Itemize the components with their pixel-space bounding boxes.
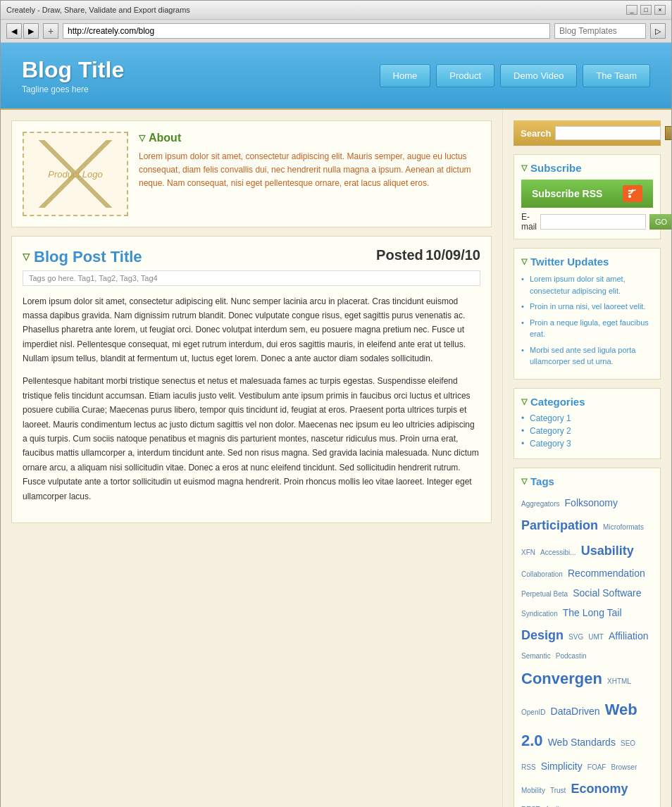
tag[interactable]: RSS <box>521 763 536 771</box>
tag[interactable]: Semantic <box>521 652 551 660</box>
post-body-para2: Pellentesque habitant morbi tristique se… <box>23 374 480 503</box>
tag[interactable]: DataDriven <box>551 706 600 717</box>
list-item: Morbi sed ante sed ligula porta ullamcor… <box>521 344 653 368</box>
rss-icon <box>623 185 642 202</box>
tag[interactable]: Social Software <box>573 587 641 599</box>
browser-search-input[interactable] <box>554 23 646 39</box>
rss-label: Subscribe RSS <box>532 188 602 199</box>
list-item[interactable]: Category 1 <box>521 413 653 423</box>
tag[interactable]: Design <box>521 628 564 642</box>
post-date-label: Posted <box>376 247 423 263</box>
new-tab-button[interactable]: + <box>43 23 58 39</box>
twitter-box: Twitter Updates Lorem ipsum dolor sit am… <box>514 248 661 380</box>
left-column: Product Logo About Lorem ipsum dolor sit… <box>1 110 502 807</box>
list-item[interactable]: Category 2 <box>521 426 653 436</box>
list-item[interactable]: Category 3 <box>521 439 653 449</box>
tag[interactable]: Recommendation <box>568 568 645 579</box>
tag[interactable]: SEO <box>621 739 635 747</box>
tag[interactable]: Trust <box>550 787 566 794</box>
list-item: Proin in urna nisi, vel laoreet velit. <box>521 301 653 313</box>
tag[interactable]: Perpetual Beta <box>521 590 568 598</box>
search-box: Search GO <box>514 120 661 146</box>
main-area: Product Logo About Lorem ipsum dolor sit… <box>1 108 671 807</box>
tag[interactable]: Aggregators <box>521 500 559 508</box>
browser-window: Creately - Draw, Share, Validate and Exp… <box>0 0 672 807</box>
tag[interactable]: UMT <box>588 633 604 641</box>
tags-cloud: Aggregators Folksonomy Participation Mic… <box>521 493 653 808</box>
tag[interactable]: Mobility <box>521 787 545 794</box>
blog-branding: Blog Title Tagline goes here <box>22 57 124 94</box>
url-input[interactable] <box>63 23 550 39</box>
category-link[interactable]: Category 1 <box>530 413 571 423</box>
nav-buttons: ◀ ▶ <box>6 23 39 39</box>
minimize-button[interactable]: _ <box>626 5 637 15</box>
tag[interactable]: Collaboration <box>521 570 563 578</box>
post-tags: Tags go here. Tag1, Tag2, Tag3, Tag4 <box>23 270 480 286</box>
subscribe-title: Subscribe <box>521 162 653 174</box>
tag[interactable]: SVG <box>568 633 583 641</box>
about-title: About <box>139 132 480 144</box>
page-button[interactable]: ▷ <box>650 23 666 39</box>
categories-box: Categories Category 1 Category 2 Categor… <box>514 388 661 459</box>
email-input[interactable] <box>540 214 646 230</box>
rss-button[interactable]: Subscribe RSS <box>521 180 653 208</box>
subscribe-box: Subscribe Subscribe RSS E-mail GO <box>514 154 661 239</box>
title-bar: Creately - Draw, Share, Validate and Exp… <box>1 1 671 20</box>
twitter-title: Twitter Updates <box>521 256 653 268</box>
search-wrap <box>554 23 646 39</box>
nav-product[interactable]: Product <box>436 64 494 87</box>
tags-title: Tags <box>521 475 653 487</box>
logo-text: Product Logo <box>48 169 102 180</box>
category-link[interactable]: Category 2 <box>530 426 571 436</box>
search-go-button[interactable]: GO <box>665 126 671 140</box>
blog-post: Blog Post Title Posted 10/09/10 Tags go … <box>11 236 492 523</box>
category-link[interactable]: Category 3 <box>530 439 571 449</box>
close-button[interactable]: × <box>654 5 666 15</box>
tags-box: Tags Aggregators Folksonomy Participatio… <box>514 468 661 808</box>
tag[interactable]: Simplicity <box>541 761 583 772</box>
blog-title: Blog Title <box>22 57 124 83</box>
post-date: Posted 10/09/10 <box>376 247 480 263</box>
back-button[interactable]: ◀ <box>6 23 22 39</box>
site-header: Blog Title Tagline goes here Home Produc… <box>1 43 671 108</box>
content-area: Blog Title Tagline goes here Home Produc… <box>1 43 671 807</box>
address-bar: ◀ ▶ + ▷ <box>1 20 671 43</box>
nav-home[interactable]: Home <box>380 64 431 87</box>
post-header: Blog Post Title Posted 10/09/10 <box>23 247 480 266</box>
tag[interactable]: Accessibi... <box>540 549 576 556</box>
right-column: Search GO Subscribe Subscribe RSS E-mail <box>502 110 671 807</box>
tag[interactable]: OpenID <box>521 708 545 716</box>
window-title: Creately - Draw, Share, Validate and Exp… <box>6 6 190 14</box>
tag[interactable]: Economy <box>571 782 628 796</box>
tag[interactable]: Convergen <box>521 670 602 687</box>
search-input[interactable] <box>555 126 661 140</box>
list-item: Proin a neque ligula, eget faucibus erat… <box>521 317 653 340</box>
tag[interactable]: Usability <box>581 544 634 558</box>
post-body-para1: Lorem ipsum dolor sit amet, consectetur … <box>23 294 480 366</box>
tag[interactable]: Podcastin <box>556 652 587 660</box>
maximize-button[interactable]: □ <box>640 5 652 15</box>
email-go-button[interactable]: GO <box>649 214 671 230</box>
categories-list: Category 1 Category 2 Category 3 <box>521 413 653 449</box>
twitter-list: Lorem ipsum dolor sit amet, consectetur … <box>521 273 653 368</box>
window-controls: _ □ × <box>626 5 666 15</box>
nav-team[interactable]: The Team <box>583 64 650 87</box>
tag[interactable]: Microformats <box>603 523 644 531</box>
tag[interactable]: Browser <box>611 763 637 771</box>
categories-title: Categories <box>521 396 653 408</box>
email-row: E-mail GO <box>521 212 653 232</box>
tag[interactable]: Participation <box>521 518 598 532</box>
tag[interactable]: Affiliation <box>609 630 649 642</box>
tag[interactable]: Web Standards <box>548 737 616 748</box>
email-label: E-mail <box>521 212 537 232</box>
nav-demo[interactable]: Demo Video <box>500 64 577 87</box>
tag[interactable]: The Long Tail <box>563 607 622 618</box>
tag[interactable]: Folksonomy <box>565 497 618 508</box>
main-nav: Home Product Demo Video The Team <box>380 64 650 87</box>
tag[interactable]: FOAF <box>587 763 606 771</box>
tag[interactable]: XFN <box>521 549 535 556</box>
about-section: Product Logo About Lorem ipsum dolor sit… <box>11 120 492 227</box>
tag[interactable]: XHTML <box>607 677 631 685</box>
tag[interactable]: Syndication <box>521 610 558 618</box>
forward-button[interactable]: ▶ <box>23 23 39 39</box>
